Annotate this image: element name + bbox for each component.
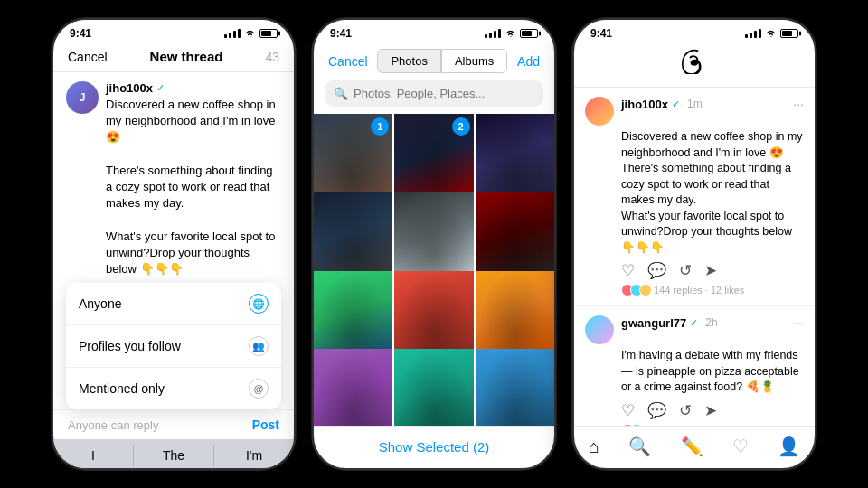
verified-icon: ✓: [156, 82, 165, 94]
post-button[interactable]: Post: [252, 418, 279, 432]
time-3: 9:41: [590, 27, 612, 40]
suggestion-3[interactable]: I'm: [214, 445, 294, 466]
nav-bar-2: Cancel Photos Albums Add: [314, 43, 554, 80]
photo-cell-8[interactable]: [394, 271, 473, 350]
repost-icon-2[interactable]: ↺: [679, 401, 692, 420]
post-header-1: jiho100x ✓ 1m ···: [585, 97, 804, 126]
post-meta-2: gwangurl77 ✓ 2h ···: [621, 315, 804, 330]
dropdown-mentioned[interactable]: Mentioned only @: [66, 368, 281, 409]
activity-icon[interactable]: ♡: [732, 436, 749, 457]
repost-icon-1[interactable]: ↺: [679, 261, 692, 280]
anyone-label: Anyone: [79, 296, 121, 311]
photo-cell-1[interactable]: 1: [314, 114, 392, 192]
dropdown-anyone[interactable]: Anyone 🌐: [66, 283, 281, 325]
photo-cell-6[interactable]: [476, 192, 554, 271]
feed-post-2: gwangurl77 ✓ 2h ··· I'm having a debate …: [574, 306, 815, 426]
tab-albums[interactable]: Albums: [441, 49, 507, 73]
status-bar-1: 9:41: [53, 20, 294, 43]
suggestion-1[interactable]: I: [53, 445, 134, 466]
show-selected-label[interactable]: Show Selected (2): [379, 439, 490, 455]
show-selected-bar[interactable]: Show Selected (2): [314, 426, 554, 468]
people-icon: 👥: [249, 336, 269, 356]
time-2: 9:41: [330, 27, 352, 40]
mentioned-label: Mentioned only: [79, 381, 165, 396]
battery-icon-2: [520, 29, 538, 38]
signal-icon: [224, 29, 241, 38]
add-button[interactable]: Add: [517, 54, 540, 69]
post-text-1: Discovered a new coffee shop in my neigh…: [621, 129, 804, 256]
battery-icon-3: [780, 29, 798, 38]
post-stats-1: 144 replies · 12 likes: [621, 284, 804, 300]
heart-icon-1[interactable]: ♡: [621, 261, 635, 280]
search-input[interactable]: [354, 87, 534, 100]
signal-icon-3: [745, 29, 761, 38]
phone-new-thread: 9:41 Cancel New thread 43 J jiho: [52, 18, 296, 470]
more-icon-2[interactable]: ···: [793, 315, 804, 330]
photo-cell-11[interactable]: [394, 349, 473, 426]
keyboard-suggestions: I The I'm: [53, 439, 294, 468]
heart-icon-2[interactable]: ♡: [621, 401, 635, 420]
post-text-2: I'm having a debate with my friends — is…: [621, 348, 804, 396]
feed: jiho100x ✓ 1m ··· Discovered a new coffe…: [574, 88, 815, 426]
time-1: 9:41: [70, 27, 91, 40]
at-icon: @: [249, 379, 269, 399]
avatar-1: [585, 97, 614, 126]
photo-cell-7[interactable]: [314, 271, 392, 350]
photo-cell-4[interactable]: [314, 192, 392, 271]
wifi-icon: [244, 29, 256, 38]
post-username-2[interactable]: gwangurl77: [621, 316, 686, 330]
status-icons-1: [224, 29, 278, 38]
suggestion-2[interactable]: The: [134, 445, 214, 466]
photo-cell-5[interactable]: [394, 192, 473, 271]
mini-avatar-3: [639, 284, 652, 296]
status-icons-3: [745, 29, 798, 38]
wifi-icon-3: [765, 29, 777, 38]
phone-photo-picker: 9:41 Cancel Photos Albums Add 🔍: [312, 18, 556, 470]
threads-header: [574, 43, 815, 88]
compose-content[interactable]: jiho100x ✓ Discovered a new coffee shop …: [106, 81, 281, 277]
selection-badge-2: 2: [452, 117, 470, 136]
following-label: Profiles you follow: [79, 339, 181, 353]
post-actions-1: ♡ 💬 ↺ ➤: [621, 256, 804, 284]
search-icon: 🔍: [334, 87, 348, 100]
post-time-2: 2h: [705, 316, 717, 329]
thread-title: New thread: [150, 49, 223, 64]
cancel-picker-button[interactable]: Cancel: [328, 54, 368, 69]
compose-area: J jiho100x ✓ Discovered a new coffee sho…: [53, 72, 294, 468]
char-count: 43: [265, 50, 279, 64]
photo-search[interactable]: 🔍: [325, 80, 543, 107]
picker-tabs: Photos Albums: [377, 49, 507, 73]
cancel-button[interactable]: Cancel: [68, 50, 108, 64]
photo-cell-3[interactable]: [476, 114, 554, 192]
status-bar-2: 9:41: [314, 20, 554, 43]
reply-bar: Anyone can reply Post: [53, 409, 294, 439]
user-avatar: J: [66, 81, 99, 114]
photo-cell-9[interactable]: [476, 271, 554, 350]
comment-icon-2[interactable]: 💬: [647, 401, 666, 420]
post-name-row-2: gwangurl77 ✓ 2h ···: [621, 315, 804, 330]
tab-photos[interactable]: Photos: [377, 49, 440, 73]
home-icon[interactable]: ⌂: [589, 436, 599, 457]
comment-icon-1[interactable]: 💬: [647, 261, 666, 280]
dropdown-following[interactable]: Profiles you follow 👥: [66, 325, 281, 368]
photo-cell-10[interactable]: [314, 349, 392, 426]
post-username-1[interactable]: jiho100x: [621, 98, 668, 111]
more-icon-1[interactable]: ···: [793, 97, 804, 111]
compose-header: J jiho100x ✓ Discovered a new coffee sho…: [53, 72, 294, 283]
bottom-nav: ⌂ 🔍 ✏️ ♡ 👤: [574, 426, 815, 468]
audience-dropdown[interactable]: Anyone 🌐 Profiles you follow 👥 Mentioned…: [66, 283, 281, 409]
photo-cell-12[interactable]: [476, 349, 554, 426]
compose-icon[interactable]: ✏️: [681, 436, 703, 457]
search-icon-nav[interactable]: 🔍: [628, 436, 651, 457]
post-stats-text-1: 144 replies · 12 likes: [654, 285, 744, 296]
profile-icon[interactable]: 👤: [778, 436, 800, 457]
globe-icon: 🌐: [249, 294, 269, 314]
compose-text[interactable]: Discovered a new coffee shop in my neigh…: [106, 97, 281, 277]
photo-grid: 1 2: [314, 114, 554, 426]
selection-badge-1: 1: [371, 117, 389, 136]
post-time-1: 1m: [687, 98, 703, 110]
share-icon-2[interactable]: ➤: [704, 401, 717, 420]
photo-cell-2[interactable]: 2: [394, 114, 473, 192]
share-icon-1[interactable]: ➤: [704, 261, 717, 280]
post-actions-2: ♡ 💬 ↺ ➤: [621, 396, 804, 424]
